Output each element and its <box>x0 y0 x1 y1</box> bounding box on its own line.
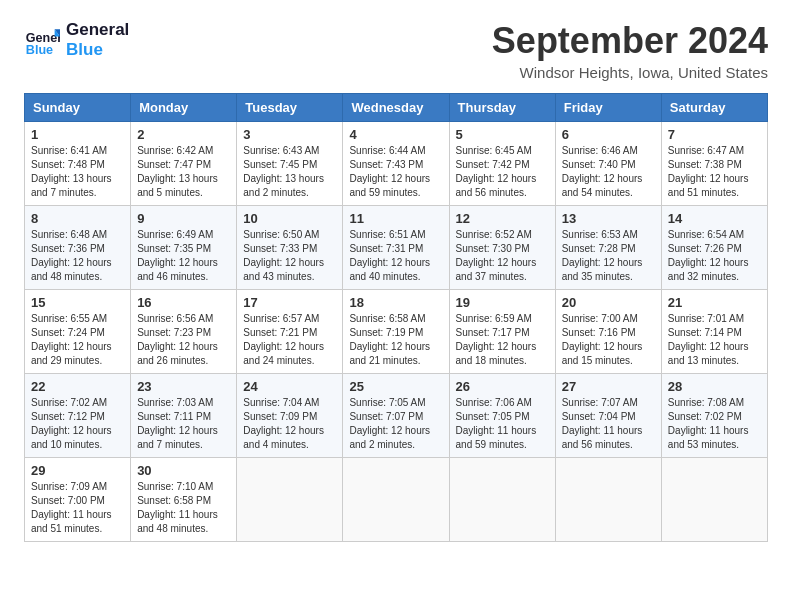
day-number: 28 <box>668 379 761 394</box>
day-header-thursday: Thursday <box>449 94 555 122</box>
location: Windsor Heights, Iowa, United States <box>492 64 768 81</box>
calendar-cell: 22Sunrise: 7:02 AMSunset: 7:12 PMDayligh… <box>25 374 131 458</box>
cell-info: Sunrise: 7:03 AMSunset: 7:11 PMDaylight:… <box>137 396 230 452</box>
cell-info: Sunrise: 7:06 AMSunset: 7:05 PMDaylight:… <box>456 396 549 452</box>
day-number: 13 <box>562 211 655 226</box>
day-header-saturday: Saturday <box>661 94 767 122</box>
cell-info: Sunrise: 6:45 AMSunset: 7:42 PMDaylight:… <box>456 144 549 200</box>
logo-text-general: General <box>66 20 129 40</box>
cell-info: Sunrise: 6:49 AMSunset: 7:35 PMDaylight:… <box>137 228 230 284</box>
cell-info: Sunrise: 6:43 AMSunset: 7:45 PMDaylight:… <box>243 144 336 200</box>
day-header-monday: Monday <box>131 94 237 122</box>
calendar-week-3: 15Sunrise: 6:55 AMSunset: 7:24 PMDayligh… <box>25 290 768 374</box>
cell-info: Sunrise: 6:41 AMSunset: 7:48 PMDaylight:… <box>31 144 124 200</box>
calendar-cell: 17Sunrise: 6:57 AMSunset: 7:21 PMDayligh… <box>237 290 343 374</box>
calendar-cell: 7Sunrise: 6:47 AMSunset: 7:38 PMDaylight… <box>661 122 767 206</box>
cell-info: Sunrise: 6:52 AMSunset: 7:30 PMDaylight:… <box>456 228 549 284</box>
calendar-cell: 23Sunrise: 7:03 AMSunset: 7:11 PMDayligh… <box>131 374 237 458</box>
day-number: 15 <box>31 295 124 310</box>
calendar-cell: 28Sunrise: 7:08 AMSunset: 7:02 PMDayligh… <box>661 374 767 458</box>
day-number: 27 <box>562 379 655 394</box>
day-number: 1 <box>31 127 124 142</box>
calendar-cell: 1Sunrise: 6:41 AMSunset: 7:48 PMDaylight… <box>25 122 131 206</box>
day-number: 8 <box>31 211 124 226</box>
day-number: 5 <box>456 127 549 142</box>
cell-info: Sunrise: 6:50 AMSunset: 7:33 PMDaylight:… <box>243 228 336 284</box>
calendar-header-row: SundayMondayTuesdayWednesdayThursdayFrid… <box>25 94 768 122</box>
day-number: 24 <box>243 379 336 394</box>
month-title: September 2024 <box>492 20 768 62</box>
calendar-body: 1Sunrise: 6:41 AMSunset: 7:48 PMDaylight… <box>25 122 768 542</box>
calendar-cell: 19Sunrise: 6:59 AMSunset: 7:17 PMDayligh… <box>449 290 555 374</box>
cell-info: Sunrise: 6:59 AMSunset: 7:17 PMDaylight:… <box>456 312 549 368</box>
day-number: 6 <box>562 127 655 142</box>
day-number: 29 <box>31 463 124 478</box>
calendar-cell: 6Sunrise: 6:46 AMSunset: 7:40 PMDaylight… <box>555 122 661 206</box>
cell-info: Sunrise: 6:58 AMSunset: 7:19 PMDaylight:… <box>349 312 442 368</box>
calendar-cell <box>661 458 767 542</box>
day-number: 10 <box>243 211 336 226</box>
cell-info: Sunrise: 6:54 AMSunset: 7:26 PMDaylight:… <box>668 228 761 284</box>
calendar-table: SundayMondayTuesdayWednesdayThursdayFrid… <box>24 93 768 542</box>
cell-info: Sunrise: 7:05 AMSunset: 7:07 PMDaylight:… <box>349 396 442 452</box>
calendar-cell <box>449 458 555 542</box>
cell-info: Sunrise: 7:07 AMSunset: 7:04 PMDaylight:… <box>562 396 655 452</box>
logo: General Blue General Blue <box>24 20 129 61</box>
day-number: 30 <box>137 463 230 478</box>
day-number: 22 <box>31 379 124 394</box>
day-number: 4 <box>349 127 442 142</box>
calendar-cell: 16Sunrise: 6:56 AMSunset: 7:23 PMDayligh… <box>131 290 237 374</box>
calendar-cell <box>343 458 449 542</box>
cell-info: Sunrise: 6:57 AMSunset: 7:21 PMDaylight:… <box>243 312 336 368</box>
calendar-cell: 5Sunrise: 6:45 AMSunset: 7:42 PMDaylight… <box>449 122 555 206</box>
cell-info: Sunrise: 7:01 AMSunset: 7:14 PMDaylight:… <box>668 312 761 368</box>
day-number: 11 <box>349 211 442 226</box>
calendar-cell: 27Sunrise: 7:07 AMSunset: 7:04 PMDayligh… <box>555 374 661 458</box>
cell-info: Sunrise: 7:04 AMSunset: 7:09 PMDaylight:… <box>243 396 336 452</box>
calendar-cell: 25Sunrise: 7:05 AMSunset: 7:07 PMDayligh… <box>343 374 449 458</box>
day-number: 26 <box>456 379 549 394</box>
calendar-cell: 2Sunrise: 6:42 AMSunset: 7:47 PMDaylight… <box>131 122 237 206</box>
page-header: General Blue General Blue September 2024… <box>24 20 768 81</box>
calendar-cell: 4Sunrise: 6:44 AMSunset: 7:43 PMDaylight… <box>343 122 449 206</box>
cell-info: Sunrise: 7:09 AMSunset: 7:00 PMDaylight:… <box>31 480 124 536</box>
day-number: 7 <box>668 127 761 142</box>
day-number: 17 <box>243 295 336 310</box>
calendar-cell: 18Sunrise: 6:58 AMSunset: 7:19 PMDayligh… <box>343 290 449 374</box>
title-block: September 2024 Windsor Heights, Iowa, Un… <box>492 20 768 81</box>
calendar-cell: 30Sunrise: 7:10 AMSunset: 6:58 PMDayligh… <box>131 458 237 542</box>
calendar-week-4: 22Sunrise: 7:02 AMSunset: 7:12 PMDayligh… <box>25 374 768 458</box>
calendar-cell: 9Sunrise: 6:49 AMSunset: 7:35 PMDaylight… <box>131 206 237 290</box>
day-number: 16 <box>137 295 230 310</box>
day-number: 20 <box>562 295 655 310</box>
calendar-cell: 13Sunrise: 6:53 AMSunset: 7:28 PMDayligh… <box>555 206 661 290</box>
calendar-cell: 20Sunrise: 7:00 AMSunset: 7:16 PMDayligh… <box>555 290 661 374</box>
cell-info: Sunrise: 6:46 AMSunset: 7:40 PMDaylight:… <box>562 144 655 200</box>
calendar-cell: 21Sunrise: 7:01 AMSunset: 7:14 PMDayligh… <box>661 290 767 374</box>
day-header-wednesday: Wednesday <box>343 94 449 122</box>
calendar-cell: 14Sunrise: 6:54 AMSunset: 7:26 PMDayligh… <box>661 206 767 290</box>
cell-info: Sunrise: 6:42 AMSunset: 7:47 PMDaylight:… <box>137 144 230 200</box>
calendar-cell: 29Sunrise: 7:09 AMSunset: 7:00 PMDayligh… <box>25 458 131 542</box>
calendar-cell: 15Sunrise: 6:55 AMSunset: 7:24 PMDayligh… <box>25 290 131 374</box>
cell-info: Sunrise: 7:00 AMSunset: 7:16 PMDaylight:… <box>562 312 655 368</box>
calendar-cell: 11Sunrise: 6:51 AMSunset: 7:31 PMDayligh… <box>343 206 449 290</box>
calendar-week-5: 29Sunrise: 7:09 AMSunset: 7:00 PMDayligh… <box>25 458 768 542</box>
day-number: 25 <box>349 379 442 394</box>
cell-info: Sunrise: 6:51 AMSunset: 7:31 PMDaylight:… <box>349 228 442 284</box>
day-number: 14 <box>668 211 761 226</box>
day-header-sunday: Sunday <box>25 94 131 122</box>
day-header-friday: Friday <box>555 94 661 122</box>
cell-info: Sunrise: 7:02 AMSunset: 7:12 PMDaylight:… <box>31 396 124 452</box>
day-number: 3 <box>243 127 336 142</box>
cell-info: Sunrise: 6:55 AMSunset: 7:24 PMDaylight:… <box>31 312 124 368</box>
calendar-cell <box>555 458 661 542</box>
day-number: 19 <box>456 295 549 310</box>
logo-text-blue: Blue <box>66 40 129 60</box>
calendar-cell: 3Sunrise: 6:43 AMSunset: 7:45 PMDaylight… <box>237 122 343 206</box>
cell-info: Sunrise: 6:47 AMSunset: 7:38 PMDaylight:… <box>668 144 761 200</box>
calendar-week-2: 8Sunrise: 6:48 AMSunset: 7:36 PMDaylight… <box>25 206 768 290</box>
cell-info: Sunrise: 7:08 AMSunset: 7:02 PMDaylight:… <box>668 396 761 452</box>
day-number: 21 <box>668 295 761 310</box>
day-number: 23 <box>137 379 230 394</box>
